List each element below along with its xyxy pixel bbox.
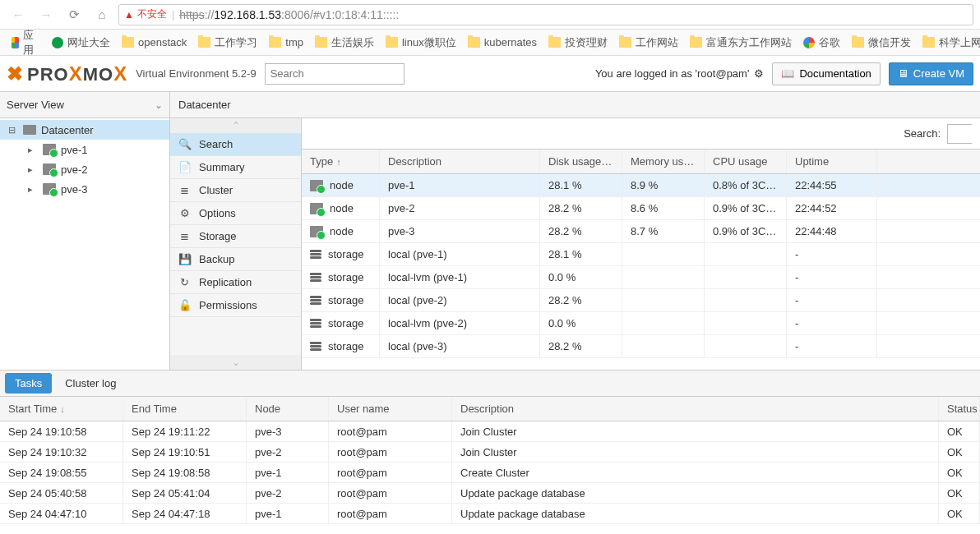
col-uptime[interactable]: Uptime <box>787 150 877 173</box>
expand-icon[interactable]: ▸ <box>28 164 38 175</box>
breadcrumb: Datacenter <box>170 92 980 118</box>
menu-item-backup[interactable]: 💾Backup <box>170 248 301 271</box>
collapse-icon[interactable]: ⊟ <box>8 125 18 136</box>
create-vm-button[interactable]: 🖥 Create VM <box>889 62 973 85</box>
folder-icon <box>122 37 134 48</box>
menu-item-permissions[interactable]: 🔓Permissions <box>170 294 301 317</box>
header-search-input[interactable] <box>265 63 404 85</box>
menu-item-storage[interactable]: ≣Storage <box>170 225 301 248</box>
cell-cpu: 0.9% of 3C… <box>705 220 787 242</box>
cell-cpu <box>705 243 787 265</box>
col-cpu-usage[interactable]: CPU usage <box>705 150 787 173</box>
menu-scroll-down[interactable]: ⌄ <box>170 355 301 370</box>
grid-row[interactable]: nodepve-128.1 %8.9 %0.8% of 3C…22:44:55 <box>302 174 980 197</box>
bookmark-item[interactable]: openstack <box>116 35 192 50</box>
menu-item-replication[interactable]: ↻Replication <box>170 271 301 294</box>
col-type[interactable]: Type↑ <box>302 150 380 173</box>
documentation-button[interactable]: 📖 Documentation <box>772 62 880 85</box>
node-icon <box>43 163 56 175</box>
reload-button[interactable]: ⟳ <box>62 3 86 26</box>
menu-label: Cluster <box>199 184 233 196</box>
grid-row[interactable]: nodepve-228.2 %8.6 %0.9% of 3C…22:44:52 <box>302 197 980 220</box>
grid-row[interactable]: storagelocal (pve-2)28.2 %- <box>302 289 980 312</box>
storage-icon <box>310 250 321 260</box>
cell-type: node <box>330 202 354 214</box>
col-disk-usage[interactable]: Disk usage… <box>540 150 622 173</box>
cell-type: node <box>330 179 354 191</box>
col-start-time[interactable]: Start Time ↓ <box>0 397 123 421</box>
grid-search-input[interactable] <box>947 124 972 144</box>
task-row[interactable]: Sep 24 19:10:32Sep 24 19:10:51pve-2root@… <box>0 442 980 463</box>
bookmark-item[interactable]: 科学上网 <box>917 35 980 50</box>
tree-item-node[interactable]: ▸pve-3 <box>0 179 169 199</box>
url-text: https://192.168.1.53:8006/#v1:0:18:4:11:… <box>179 8 399 21</box>
grid-row[interactable]: storagelocal (pve-3)28.2 %- <box>302 335 980 358</box>
folder-icon <box>690 37 702 48</box>
grid-row[interactable]: nodepve-328.2 %8.7 %0.9% of 3C…22:44:48 <box>302 220 980 243</box>
bookmark-item[interactable]: tmp <box>263 35 309 50</box>
url-separator: | <box>172 8 174 21</box>
tab-cluster-log[interactable]: Cluster log <box>55 373 126 394</box>
options-icon: ⚙ <box>178 207 191 219</box>
col-description[interactable]: Description <box>380 150 540 173</box>
bookmark-item[interactable]: 工作学习 <box>192 35 263 50</box>
menu-scroll-up[interactable]: ⌃ <box>170 118 301 133</box>
expand-icon[interactable]: ▸ <box>28 145 38 155</box>
bookmark-item[interactable]: 微信开发 <box>846 35 917 50</box>
bookmark-label: openstack <box>138 36 187 48</box>
menu-item-summary[interactable]: 📄Summary <box>170 156 301 179</box>
bookmark-item[interactable]: 生活娱乐 <box>309 35 380 50</box>
gear-icon[interactable]: ⚙ <box>754 67 764 80</box>
tree-item-datacenter[interactable]: ⊟ Datacenter <box>0 120 169 140</box>
cell-disk: 28.2 % <box>540 335 622 357</box>
task-row[interactable]: Sep 24 19:08:55Sep 24 19:08:58pve-1root@… <box>0 463 980 483</box>
cell-uptime: 22:44:48 <box>787 220 877 242</box>
col-node[interactable]: Node <box>247 397 329 421</box>
bookmark-item[interactable]: linux微职位 <box>380 35 462 50</box>
url-bar[interactable]: ▲ 不安全 | https://192.168.1.53:8006/#v1:0:… <box>118 4 973 25</box>
col-user[interactable]: User name <box>329 397 452 421</box>
cell-user: root@pam <box>329 442 452 462</box>
node-icon <box>43 144 56 155</box>
cell-status: OK <box>939 421 980 441</box>
apps-button[interactable]: 应用 <box>7 28 43 58</box>
task-row[interactable]: Sep 24 19:10:58Sep 24 19:11:22pve-3root@… <box>0 421 980 442</box>
tree-item-node[interactable]: ▸pve-2 <box>0 159 169 179</box>
bookmark-item[interactable]: 工作网站 <box>613 35 684 50</box>
grid-row[interactable]: storagelocal (pve-1)28.1 %- <box>302 243 980 266</box>
menu-item-search[interactable]: 🔍Search <box>170 133 301 156</box>
tree-item-node[interactable]: ▸pve-1 <box>0 140 169 159</box>
grid-row[interactable]: storagelocal-lvm (pve-1)0.0 %- <box>302 266 980 289</box>
cell-description: local (pve-3) <box>380 335 540 357</box>
view-selector[interactable]: Server View ⌄ <box>0 92 169 118</box>
grid-row[interactable]: storagelocal-lvm (pve-2)0.0 %- <box>302 312 980 335</box>
col-status[interactable]: Status <box>939 397 980 421</box>
back-button[interactable]: ← <box>7 3 30 26</box>
cell-user: root@pam <box>329 483 452 503</box>
chevron-down-icon: ⌄ <box>155 99 163 111</box>
expand-icon[interactable]: ▸ <box>28 184 38 195</box>
col-task-description[interactable]: Description <box>452 397 939 421</box>
task-row[interactable]: Sep 24 04:47:10Sep 24 04:47:18pve-1root@… <box>0 504 980 524</box>
menu-item-cluster[interactable]: ≣Cluster <box>170 179 301 202</box>
forward-button[interactable]: → <box>35 3 58 26</box>
bookmark-item[interactable]: 谷歌 <box>797 35 846 50</box>
cell-start: Sep 24 04:47:10 <box>0 504 123 523</box>
task-log-panel: Tasks Cluster log Start Time ↓ End Time … <box>0 370 980 534</box>
col-memory-usage[interactable]: Memory us… <box>622 150 705 173</box>
backup-icon: 💾 <box>178 253 191 265</box>
cell-node: pve-3 <box>247 421 329 441</box>
cell-memory <box>622 289 705 311</box>
task-row[interactable]: Sep 24 05:40:58Sep 24 05:41:04pve-2root@… <box>0 483 980 504</box>
node-label: pve-2 <box>61 163 88 176</box>
menu-item-options[interactable]: ⚙Options <box>170 202 301 225</box>
home-button[interactable]: ⌂ <box>90 3 113 26</box>
bookmark-item[interactable]: kubernates <box>462 35 543 50</box>
proxmox-logo[interactable]: ✖ PROXMOX <box>7 62 127 85</box>
col-end-time[interactable]: End Time <box>123 397 247 421</box>
cell-description: local (pve-2) <box>380 289 540 311</box>
tab-tasks[interactable]: Tasks <box>5 373 52 394</box>
bookmark-item[interactable]: 投资理财 <box>543 35 613 50</box>
bookmark-item[interactable]: 富通东方工作网站 <box>684 35 797 50</box>
bookmark-item[interactable]: 网址大全 <box>46 35 116 50</box>
